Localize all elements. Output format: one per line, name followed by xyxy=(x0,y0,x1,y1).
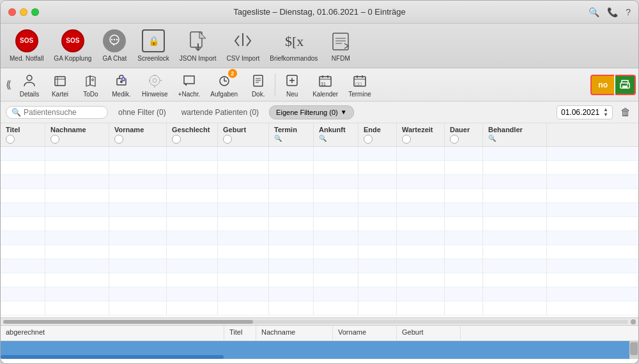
vscrollbar-indicator xyxy=(631,319,636,324)
toolbar2-item-medik[interactable]: Medik. xyxy=(106,70,137,99)
date-input[interactable]: 01.06.2021 ▲ ▼ xyxy=(557,105,613,119)
user-button[interactable]: no xyxy=(590,75,614,95)
svg-text:☐☐: ☐☐ xyxy=(355,82,362,86)
toolbar2-item-aufgaben[interactable]: 2 Aufgaben xyxy=(205,70,243,99)
filter-own-button[interactable]: Eigene Filterung (0) ▼ xyxy=(269,105,354,119)
toolbar2-label-medik: Medik. xyxy=(112,91,130,98)
svg-point-15 xyxy=(92,79,94,81)
toolbar1-label-screenlock: Screenlock xyxy=(137,55,169,63)
table-row[interactable] xyxy=(1,287,638,301)
window-title: Tagesliste – Dienstag, 01.06.2021 – 0 Ei… xyxy=(233,7,406,17)
vorname-filter[interactable] xyxy=(114,135,123,144)
svg-point-1 xyxy=(111,38,112,40)
toolbar2-item-todo[interactable]: ToDo xyxy=(75,70,106,99)
vscroll-thumb[interactable] xyxy=(630,342,638,355)
close-button[interactable] xyxy=(8,8,16,16)
table-row[interactable] xyxy=(1,273,638,287)
toolbar2-label-kartei: Kartei xyxy=(52,91,68,98)
toolbar2-collapse-icon[interactable]: ⟪ xyxy=(3,79,14,91)
filter-waiting-text: wartende Patienten (0) xyxy=(176,108,264,117)
table-row[interactable] xyxy=(1,245,638,259)
phone-icon[interactable]: 📞 xyxy=(607,7,618,17)
main-table: Titel Nachname Vorname Geschlecht Geburt… xyxy=(1,123,638,317)
toolbar1-item-med-notfall[interactable]: SOS Med. Notfall xyxy=(6,28,47,64)
ankunft-filter-search[interactable]: 🔍 xyxy=(319,135,328,144)
dauer-filter[interactable] xyxy=(450,135,459,144)
table-row[interactable] xyxy=(1,217,638,231)
trash-button[interactable]: 🗑 xyxy=(618,107,633,118)
toolbar1-item-csv-import[interactable]: CSV Import xyxy=(223,28,264,64)
vscrollbar-indicator-wrapper xyxy=(631,319,636,324)
toolbar1-item-ga-kopplung[interactable]: SOS GA Kopplung xyxy=(50,28,95,64)
geburt-filter[interactable] xyxy=(223,135,232,144)
titel-filter[interactable] xyxy=(6,135,15,144)
aufgaben-icon: 2 xyxy=(215,72,233,89)
search-box[interactable]: 🔍 xyxy=(6,106,108,119)
toolbar2-label-termine: Termine xyxy=(348,91,371,98)
toolbar2-item-neu[interactable]: Neu xyxy=(277,70,307,99)
geschlecht-filter[interactable] xyxy=(172,135,181,144)
search-icon[interactable]: 🔍 xyxy=(589,7,599,17)
table-row[interactable] xyxy=(1,147,638,161)
toolbar2-item-termine[interactable]: ☐☐ Termine xyxy=(343,70,376,99)
titlebar-actions: 🔍 📞 ? xyxy=(589,7,631,17)
toolbar2-item-nachr[interactable]: +Nachr. xyxy=(173,70,206,99)
termin-filter-search[interactable]: 🔍 xyxy=(274,135,283,144)
date-stepper[interactable]: ▲ ▼ xyxy=(603,107,608,118)
svg-text:31: 31 xyxy=(321,82,326,86)
behandler-filter-search[interactable]: 🔍 xyxy=(488,135,497,144)
toolbar2-item-dok[interactable]: Dok. xyxy=(243,70,273,99)
table-row[interactable] xyxy=(1,189,638,203)
csv-import-icon xyxy=(231,29,254,52)
medik-icon xyxy=(112,72,130,89)
bottom-col-geburt: Geburt xyxy=(397,326,461,340)
hscrollbar-track[interactable] xyxy=(3,320,628,324)
nachname-filter[interactable] xyxy=(50,135,59,144)
svg-point-2 xyxy=(114,38,115,40)
toolbar2-item-details[interactable]: Details xyxy=(14,70,45,99)
ende-filter[interactable] xyxy=(364,135,373,144)
bottom-vertical-scrollbar[interactable] xyxy=(629,341,638,359)
maximize-button[interactable] xyxy=(31,8,39,16)
table-row[interactable] xyxy=(1,161,638,175)
horizontal-scrollbar[interactable] xyxy=(1,317,638,325)
search-input[interactable] xyxy=(24,108,107,117)
titlebar: Tagesliste – Dienstag, 01.06.2021 – 0 Ei… xyxy=(1,1,638,24)
bottom-columns: abgerechnet Titel Nachname Vorname Gebur… xyxy=(1,326,638,341)
toolbar2-item-kartei[interactable]: Kartei xyxy=(45,70,75,99)
col-header-ende: Ende xyxy=(358,123,397,146)
details-icon xyxy=(20,72,38,89)
hscrollbar-thumb[interactable] xyxy=(3,320,253,324)
svg-text:$[x: $[x xyxy=(285,33,304,49)
toolbar1-item-briefkommandos[interactable]: $[x Briefkommandos xyxy=(266,28,321,64)
filter-dropdown-icon: ▼ xyxy=(341,109,347,116)
toolbar1-label-ga-chat: GA Chat xyxy=(102,55,127,63)
table-row[interactable] xyxy=(1,301,638,315)
toolbar2-label-neu: Neu xyxy=(286,91,298,98)
neu-icon xyxy=(283,72,301,89)
toolbar2-item-kalender[interactable]: 31 Kalender xyxy=(307,70,343,99)
nachr-icon xyxy=(180,72,198,89)
json-import-icon xyxy=(187,29,210,52)
toolbar1-item-screenlock[interactable]: 🔒 Screenlock xyxy=(134,28,173,64)
wartezeit-filter[interactable] xyxy=(402,135,411,144)
toolbar1-label-ga-kopplung: GA Kopplung xyxy=(54,55,91,63)
table-row[interactable] xyxy=(1,203,638,217)
table-row[interactable] xyxy=(1,175,638,189)
minimize-button[interactable] xyxy=(20,8,27,16)
svg-point-11 xyxy=(27,75,32,80)
briefkommandos-icon: $[x xyxy=(282,29,305,52)
help-icon[interactable]: ? xyxy=(626,7,631,17)
table-row[interactable] xyxy=(1,259,638,273)
toolbar2: ⟪ Details Kartei xyxy=(1,68,638,102)
toolbar1-item-nfdm[interactable]: NFDM xyxy=(324,28,357,64)
col-header-wartezeit: Wartezeit xyxy=(397,123,445,146)
toolbar2-label-details: Details xyxy=(20,91,40,98)
date-down-arrow[interactable]: ▼ xyxy=(603,112,608,118)
table-row[interactable] xyxy=(1,231,638,245)
user-print-icon-button[interactable] xyxy=(615,75,636,95)
toolbar1-item-json-import[interactable]: JSON Import xyxy=(176,28,220,64)
bottom-data-row[interactable] xyxy=(1,341,638,359)
toolbar2-item-hinweise[interactable]: Hinweise xyxy=(137,70,173,99)
toolbar1-item-ga-chat[interactable]: GA Chat xyxy=(98,28,131,64)
